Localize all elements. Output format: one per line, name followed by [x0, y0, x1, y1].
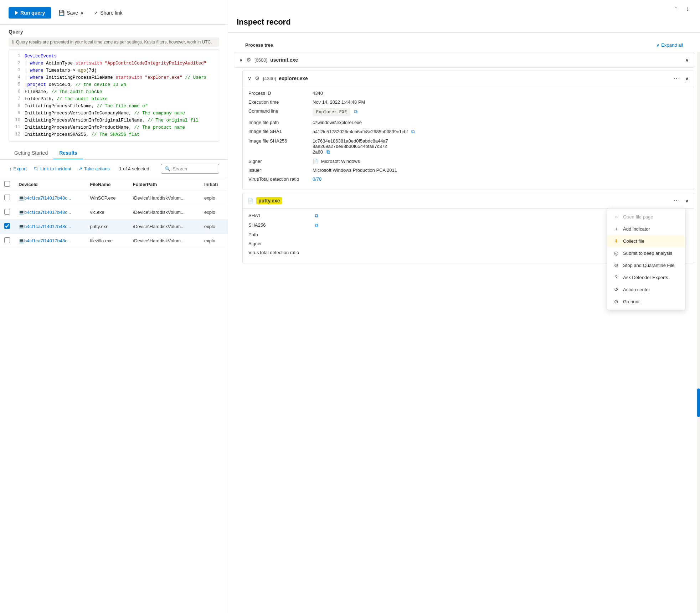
take-actions-button[interactable]: ↗ Take actions — [78, 165, 110, 173]
line-num-4: 4 — [12, 74, 20, 81]
explorer-details: Process ID 4340 Execution time Nov 14, 2… — [243, 86, 694, 190]
add-indicator-label: Add indicator — [623, 226, 650, 232]
export-button[interactable]: ↓ Export — [9, 165, 27, 173]
row-2-folderpath: \Device\HarddiskVolum... — [129, 205, 200, 220]
putty-more-button[interactable]: ··· — [671, 197, 683, 205]
explorer-indent: ∨ ⚙ [4340] explorer.exe ··· ∧ Process ID… — [242, 71, 694, 190]
row-3-initiating: explo — [200, 220, 228, 234]
scrollbar[interactable] — [697, 52, 700, 613]
copy-command-icon[interactable]: ⧉ — [354, 109, 357, 114]
header-folderpath: FolderPath — [129, 178, 200, 191]
menu-item-submit-deep[interactable]: ◎ Submit to deep analysis — [607, 247, 685, 259]
menu-item-ask-defender[interactable]: ? Ask Defender Experts — [607, 271, 685, 283]
share-link-button[interactable]: ↗ Share link — [91, 8, 125, 18]
code-text-1: DeviceEvents — [25, 53, 57, 60]
putty-collapse-icon: ∧ — [685, 198, 689, 204]
signer-value: 📄 Microsoft Windows — [313, 159, 688, 164]
collapse-arrow-userinit[interactable]: ∨ — [239, 57, 243, 63]
sha256-label: Image file SHA256 — [248, 138, 313, 144]
row-3-checkbox[interactable] — [4, 223, 10, 229]
tab-getting-started[interactable]: Getting Started — [9, 147, 53, 159]
copy-sha256-icon[interactable]: ⧉ — [326, 149, 330, 155]
signer-icon: 📄 — [313, 159, 318, 164]
code-text-9: InitiatingProcessVersionInfoCompanyName,… — [25, 110, 185, 117]
table-row: 💻b4cf1ca7f14017b48c... filezilla.exe \De… — [0, 234, 228, 248]
menu-item-stop-quarantine[interactable]: ⊘ Stop and Quarantine File — [607, 259, 685, 271]
menu-item-go-hunt[interactable]: ⊙ Go hunt — [607, 295, 685, 308]
row-4-device-id[interactable]: b4cf1ca7f14017b48c... — [24, 238, 71, 243]
menu-item-collect-file[interactable]: ⬇ Collect file — [607, 235, 685, 247]
row-1-folderpath: \Device\HarddiskVolum... — [129, 191, 200, 205]
copy-putty-sha256-icon[interactable]: ⧉ — [315, 222, 318, 228]
putty-virus-label: VirusTotal detection ratio — [248, 250, 313, 255]
sha1-label: Image file SHA1 — [248, 129, 313, 134]
nav-up-button[interactable]: ↑ — [672, 4, 680, 13]
virus-total-link[interactable]: 0/70 — [313, 176, 321, 182]
process-id-value: 4340 — [313, 91, 688, 96]
sha1-value: a412fc51782026e4cb6afb8c2685b0ff839c1cbf… — [313, 129, 688, 135]
code-editor[interactable]: 1 DeviceEvents 2 | where ActionType star… — [9, 50, 219, 141]
explorer-name: explorer.exe — [279, 76, 308, 81]
putty-name: putty.exe — [256, 197, 282, 204]
table-header-row: DeviceId FileName FolderPath Initiati — [0, 178, 228, 191]
process-header-explorer[interactable]: ∨ ⚙ [4340] explorer.exe ··· ∧ — [243, 71, 694, 86]
save-icon: 💾 — [58, 10, 65, 16]
process-header-userinit[interactable]: ∨ ⚙ [6600] userinit.exe ∨ — [234, 52, 694, 67]
collapse-arrow-explorer[interactable]: ∨ — [248, 76, 251, 81]
save-label: Save — [67, 10, 78, 16]
row-2-device-id[interactable]: b4cf1ca7f14017b48c... — [24, 210, 71, 215]
detail-process-id: Process ID 4340 — [248, 91, 688, 96]
scroll-thumb[interactable] — [697, 388, 700, 417]
row-4-checkbox[interactable] — [4, 237, 10, 243]
save-button[interactable]: 💾 Save ∨ — [56, 8, 87, 18]
link-to-incident-button[interactable]: 🛡 Link to incident — [33, 165, 72, 173]
line-num-12: 12 — [12, 131, 20, 138]
run-query-label: Run query — [20, 10, 45, 16]
menu-item-action-center[interactable]: ↺ Action center — [607, 283, 685, 295]
row-2-checkbox[interactable] — [4, 209, 10, 215]
menu-item-add-indicator[interactable]: + Add indicator — [607, 223, 685, 235]
inspect-record-title: Inspect record — [228, 17, 700, 33]
detail-sha256: Image file SHA256 1c7634e186381a0ed0f5ab… — [248, 138, 688, 155]
export-icon: ↓ — [9, 166, 12, 171]
line-num-8: 8 — [12, 103, 20, 109]
process-tree-label: Process tree — [237, 37, 282, 50]
explorer-more-button[interactable]: ··· — [671, 74, 683, 82]
copy-sha1-icon[interactable]: ⧉ — [411, 129, 415, 134]
menu-item-open-file-page[interactable]: ○ Open file page — [607, 211, 685, 223]
gear-button-userinit[interactable]: ⚙ — [246, 56, 252, 64]
code-text-2: | where ActionType startswith "AppContro… — [25, 60, 206, 67]
nav-down-button[interactable]: ↓ — [684, 4, 691, 13]
tabs-row: Getting Started Results — [0, 141, 228, 160]
expand-all-button[interactable]: ∨ Expand all — [648, 37, 691, 50]
info-icon: ℹ — [12, 40, 14, 45]
export-label: Export — [14, 166, 27, 171]
row-3-device-id[interactable]: b4cf1ca7f14017b48c... — [24, 224, 71, 229]
open-file-page-label: Open file page — [623, 214, 653, 220]
run-query-button[interactable]: Run query — [9, 7, 51, 19]
tab-results[interactable]: Results — [53, 147, 83, 159]
copy-putty-sha1-icon[interactable]: ⧉ — [315, 213, 318, 218]
explorer-collapse-icon: ∧ — [685, 76, 689, 81]
save-chevron-icon: ∨ — [80, 10, 84, 16]
detail-command-line: Command line Explorer.EXE ⧉ — [248, 108, 688, 116]
row-1-checkbox[interactable] — [4, 195, 10, 200]
query-label: Query — [9, 29, 219, 35]
shield-icon: 🛡 — [34, 166, 38, 171]
row-2-filename: vlc.exe — [86, 205, 128, 220]
collect-file-icon: ⬇ — [613, 238, 619, 244]
gear-button-explorer[interactable]: ⚙ — [254, 74, 260, 82]
code-line-6: 6 FileName, // The audit blocke — [9, 88, 219, 96]
share-link-label: Share link — [100, 10, 122, 16]
stop-quarantine-icon: ⊘ — [613, 262, 619, 268]
detail-image-path: Image file path c:\windows\explorer.exe — [248, 120, 688, 125]
putty-indent: 📄 putty.exe ··· ∧ SHA1 ⧉ SHA256 — [242, 193, 694, 263]
code-line-10: 10 InitiatingProcessVersionInfoOriginalF… — [9, 117, 219, 124]
select-all-checkbox[interactable] — [4, 181, 10, 187]
link-to-incident-label: Link to incident — [40, 166, 71, 171]
query-section: Query ℹ Query results are presented in y… — [0, 25, 228, 141]
code-text-8: InitiatingProcessFileName, // The file n… — [25, 103, 148, 110]
go-hunt-icon: ⊙ — [613, 298, 619, 305]
search-input[interactable] — [173, 166, 215, 171]
row-1-device-id[interactable]: b4cf1ca7f14017b48c... — [24, 195, 71, 201]
